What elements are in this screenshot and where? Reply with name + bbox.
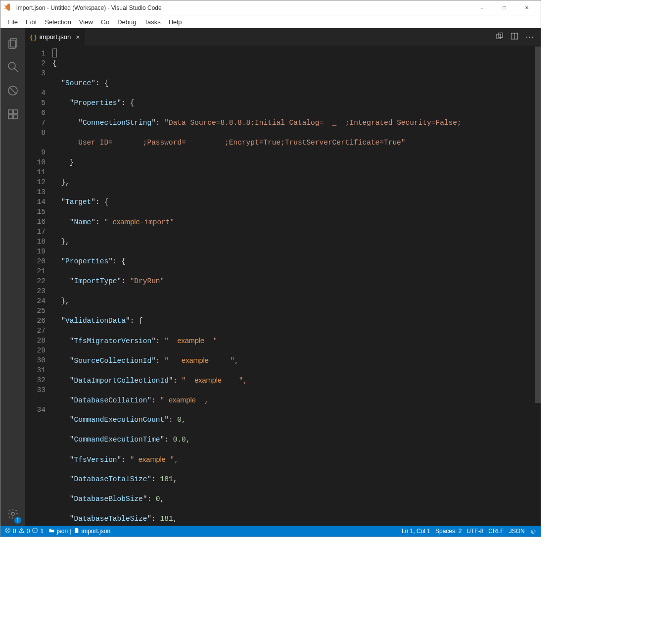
vertical-scrollbar[interactable] xyxy=(535,46,541,526)
line-number: 17 xyxy=(25,227,46,237)
menu-debug[interactable]: Debug xyxy=(113,17,140,27)
tabs-spacer xyxy=(85,28,489,46)
menu-edit[interactable]: Edit xyxy=(22,17,41,27)
window-controls: – □ ✕ xyxy=(471,0,538,15)
extensions-icon[interactable] xyxy=(0,102,25,126)
line-number: 31 xyxy=(25,365,46,375)
maximize-button[interactable]: □ xyxy=(493,0,515,15)
status-language[interactable]: JSON xyxy=(509,528,525,535)
menu-selection[interactable]: Selection xyxy=(41,17,75,27)
explorer-icon[interactable] xyxy=(0,31,25,55)
status-bar: 0 0 1 json | import.json Ln 1, Col 1 Spa… xyxy=(0,526,541,537)
line-number: 10 xyxy=(25,157,46,167)
svg-rect-6 xyxy=(8,110,12,114)
activity-bar: 1 xyxy=(0,28,25,526)
line-number: 6 xyxy=(25,108,46,118)
compare-changes-icon[interactable] xyxy=(496,32,504,42)
line-number: 8 xyxy=(25,128,46,138)
vscode-logo-icon xyxy=(3,3,12,12)
code-editor[interactable]: 1234567891011121314151617181920212223242… xyxy=(25,46,541,526)
menu-view[interactable]: View xyxy=(75,17,97,27)
line-number: 27 xyxy=(25,326,46,336)
menu-help[interactable]: Help xyxy=(165,17,186,27)
svg-point-2 xyxy=(8,62,15,69)
title-bar: import.json - Untitled (Workspace) - Vis… xyxy=(0,0,541,15)
line-number: 30 xyxy=(25,355,46,365)
menu-bar: File Edit Selection View Go Debug Tasks … xyxy=(0,15,541,28)
line-number: 33 xyxy=(25,385,46,395)
line-number: 24 xyxy=(25,296,46,306)
line-gutter: 1234567891011121314151617181920212223242… xyxy=(25,46,52,526)
line-number: 18 xyxy=(25,237,46,247)
line-number: 16 xyxy=(25,217,46,227)
svg-point-10 xyxy=(11,512,14,515)
file-icon xyxy=(73,527,80,535)
svg-rect-7 xyxy=(13,110,17,114)
split-editor-icon[interactable] xyxy=(511,32,518,42)
menu-file[interactable]: File xyxy=(3,17,22,27)
svg-rect-9 xyxy=(13,115,17,119)
menu-tasks[interactable]: Tasks xyxy=(140,17,164,27)
line-number: 4 xyxy=(25,88,46,98)
line-number: 2 xyxy=(25,58,46,68)
line-number xyxy=(25,395,46,405)
line-number: 34 xyxy=(25,405,46,415)
tab-import-json[interactable]: { } import.json × xyxy=(25,28,85,46)
code-content[interactable]: { "Source": { "Properties": { "Connectio… xyxy=(52,46,535,526)
svg-rect-8 xyxy=(8,115,12,119)
line-number: 26 xyxy=(25,316,46,326)
line-number: 9 xyxy=(25,148,46,157)
status-problems[interactable]: 0 0 1 xyxy=(4,527,44,535)
close-window-button[interactable]: ✕ xyxy=(515,0,538,15)
folder-icon xyxy=(48,527,55,535)
line-number xyxy=(25,138,46,148)
line-number: 32 xyxy=(25,375,46,385)
line-number: 25 xyxy=(25,306,46,316)
cursor xyxy=(52,49,57,57)
status-encoding[interactable]: UTF-8 xyxy=(466,528,483,535)
line-number: 13 xyxy=(25,187,46,197)
line-number: 19 xyxy=(25,247,46,256)
menu-go[interactable]: Go xyxy=(97,17,113,27)
line-number xyxy=(25,78,46,88)
line-number: 29 xyxy=(25,346,46,355)
feedback-smiley-icon[interactable]: ☺ xyxy=(530,527,537,535)
main-area: 1 { } import.json × ··· 1234567 xyxy=(0,28,541,526)
status-ln-col[interactable]: Ln 1, Col 1 xyxy=(402,528,430,535)
line-number: 14 xyxy=(25,197,46,207)
line-number: 22 xyxy=(25,276,46,286)
more-actions-icon[interactable]: ··· xyxy=(525,33,535,42)
editor-group: { } import.json × ··· 123456789101112131… xyxy=(25,28,541,526)
line-number: 7 xyxy=(25,118,46,128)
info-icon xyxy=(32,527,38,535)
line-number: 15 xyxy=(25,207,46,217)
line-number: 28 xyxy=(25,336,46,346)
search-icon[interactable] xyxy=(0,55,25,79)
tabs-row: { } import.json × ··· xyxy=(25,28,541,46)
svg-point-19 xyxy=(21,532,22,532)
line-number: 11 xyxy=(25,167,46,177)
editor-actions: ··· xyxy=(490,28,541,46)
line-number: 1 xyxy=(25,49,46,58)
warning-icon xyxy=(18,527,25,535)
tab-filename: import.json xyxy=(40,33,71,41)
svg-point-22 xyxy=(35,529,36,530)
line-number: 12 xyxy=(25,177,46,187)
svg-line-3 xyxy=(14,68,18,72)
settings-gear-icon[interactable]: 1 xyxy=(0,502,25,526)
line-number: 20 xyxy=(25,256,46,266)
status-breadcrumb[interactable]: json | import.json xyxy=(48,527,110,535)
svg-line-5 xyxy=(9,87,16,94)
minimize-button[interactable]: – xyxy=(471,0,493,15)
window-title: import.json - Untitled (Workspace) - Vis… xyxy=(16,4,471,11)
line-number: 23 xyxy=(25,286,46,296)
status-eol[interactable]: CRLF xyxy=(488,528,504,535)
error-icon xyxy=(4,527,11,535)
scroll-thumb[interactable] xyxy=(535,47,541,403)
line-number: 3 xyxy=(25,68,46,78)
gear-badge: 1 xyxy=(14,517,21,524)
line-number: 5 xyxy=(25,98,46,108)
tab-close-icon[interactable]: × xyxy=(76,33,80,41)
status-spaces[interactable]: Spaces: 2 xyxy=(435,528,462,535)
debug-icon[interactable] xyxy=(0,79,25,102)
